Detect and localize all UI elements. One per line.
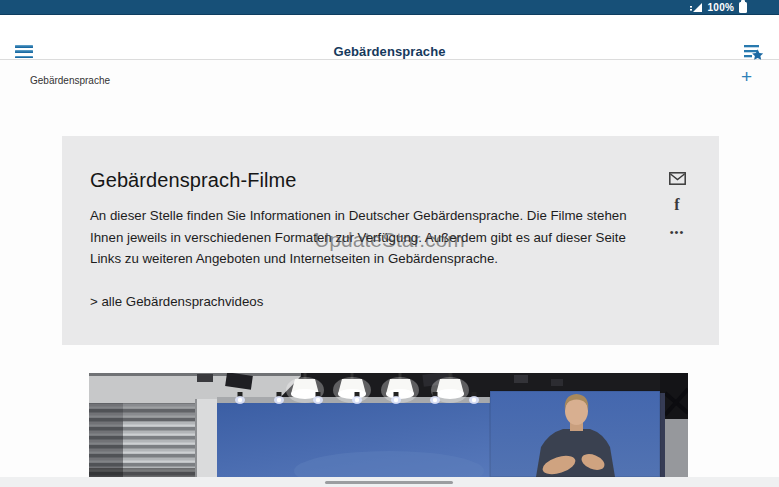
ellipsis-icon: •••	[670, 227, 685, 238]
home-indicator[interactable]	[325, 481, 453, 484]
video-player[interactable]	[89, 373, 688, 477]
all-videos-link[interactable]: > alle Gebärdensprachvideos	[90, 294, 263, 309]
content-card: Gebärdensprach-Filme An dieser Stelle fi…	[62, 136, 719, 345]
paragraph-line: An dieser Stelle finden Sie Informatione…	[90, 205, 627, 227]
reading-list-button[interactable]	[742, 43, 766, 63]
more-share-button[interactable]: •••	[667, 223, 687, 241]
email-share-button[interactable]	[667, 169, 687, 187]
breadcrumb: Gebärdensprache +	[0, 61, 779, 103]
card-heading: Gebärdensprach-Filme	[90, 169, 297, 192]
studio-video-frame	[89, 373, 688, 477]
battery-icon	[739, 2, 747, 13]
envelope-icon	[669, 172, 686, 185]
battery-percent: 100%	[708, 2, 734, 13]
list-star-icon	[742, 43, 766, 63]
page-title: Gebärdensprache	[0, 44, 779, 59]
share-column: f •••	[667, 169, 687, 241]
facebook-icon: f	[674, 196, 679, 214]
app-screen: 100% Gebärdensprache Gebärdensprache +	[0, 0, 779, 487]
paragraph-line: Links zu weiteren Angeboten und Internet…	[90, 248, 627, 270]
wifi-icon	[690, 2, 703, 13]
card-paragraph: An dieser Stelle finden Sie Informatione…	[90, 205, 627, 270]
facebook-share-button[interactable]: f	[667, 196, 687, 214]
status-bar: 100%	[0, 0, 779, 15]
app-bar: Gebärdensprache	[0, 15, 779, 60]
sign-language-interpreter-pip	[490, 391, 660, 477]
breadcrumb-item-gebaerdensprache[interactable]: Gebärdensprache	[30, 75, 110, 86]
paragraph-line: Ihnen jeweils in verschiedenen Formaten …	[90, 227, 627, 249]
expand-button[interactable]: +	[741, 67, 752, 86]
